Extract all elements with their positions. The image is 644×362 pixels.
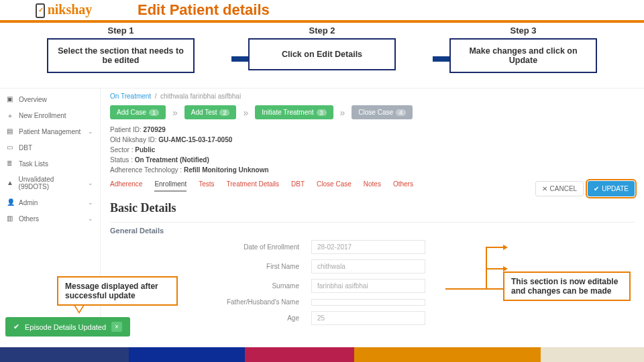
age-input[interactable]: 25 (311, 311, 425, 325)
toast-success: ✔ Episode Details Updated × (5, 317, 130, 337)
meta-patient-id: Patient ID: 270929 (110, 126, 635, 133)
sidebar-item-task-lists[interactable]: ≣Task Lists (0, 156, 100, 172)
chevron-down-icon: ⌄ (88, 215, 93, 222)
update-button[interactable]: ✔UPDATE (588, 181, 635, 196)
tab-adherence[interactable]: Adherence (110, 180, 142, 192)
user-icon: 👤 (7, 198, 15, 206)
footer-stripes (0, 347, 644, 362)
chevron-down-icon: ⌄ (88, 199, 93, 206)
chevron-down-icon: ⌄ (88, 128, 93, 135)
step-label: Step 1 (47, 25, 195, 36)
step-label: Step 3 (449, 25, 597, 36)
step-1: Step 1 Select the section that needs to … (47, 25, 195, 73)
tab-others[interactable]: Others (393, 180, 413, 192)
close-icon: ✕ (542, 185, 547, 192)
sidebar-item-label: Overview (19, 96, 47, 103)
action-buttons: ✕CANCEL ✔UPDATE (535, 181, 635, 196)
tab-tests[interactable]: Tests (199, 180, 214, 192)
step-2: Step 2 Click on Edit Details (248, 25, 396, 73)
tab-enrollment[interactable]: Enrollment (154, 180, 186, 192)
bell-icon: ▲ (7, 179, 15, 187)
toast-close-button[interactable]: × (111, 322, 122, 332)
logo: nikshay (0, 0, 127, 21)
pill-num: 2 (219, 109, 229, 116)
pill-add-case[interactable]: Add Case1 (110, 105, 166, 119)
surname-input[interactable]: farinbhai asifbhai (311, 279, 425, 293)
sidebar-item-label: New Enrollment (19, 112, 66, 119)
callout-connector-icon (445, 247, 504, 294)
sidebar-item-new-enrollment[interactable]: ＋New Enrollment (0, 107, 100, 123)
title-bar: nikshay Edit Patient details (0, 0, 644, 23)
sidebar-item-patient-management[interactable]: ▤Patient Management⌄ (0, 123, 100, 139)
callout-message-updated: Message displayed after successful updat… (57, 276, 178, 306)
phone-icon (36, 3, 45, 18)
sidebar-item-admin[interactable]: 👤Admin⌄ (0, 194, 100, 210)
plus-icon: ＋ (7, 111, 15, 119)
date-of-enrollment-input[interactable]: 28-02-2017 (311, 240, 425, 254)
chevron-right-icon: » (172, 107, 178, 118)
step-box: Select the section that needs to be edit… (47, 38, 195, 73)
sidebar-item-label: Admin (19, 199, 38, 206)
check-icon: ✔ (13, 322, 19, 331)
list-icon: ≣ (7, 160, 15, 168)
meta-sector: Sector : Public (110, 146, 635, 154)
workflow-pills: Add Case1 » Add Test2 » Initiate Treatme… (110, 105, 635, 119)
card-icon: ▭ (7, 143, 15, 152)
sidebar-item-overview[interactable]: ▣Overview (0, 91, 100, 107)
callout-section-editable: This section is now editable and changes… (503, 272, 631, 301)
pill-label: Add Case (117, 109, 146, 116)
breadcrumb: On Treatment / chithwala farinbhai asifb… (110, 93, 635, 100)
breadcrumb-root[interactable]: On Treatment (110, 93, 151, 100)
sub-section-header: General Details (110, 222, 635, 235)
sidebar-item-others[interactable]: ▥Others⌄ (0, 210, 100, 227)
cancel-label: CANCEL (550, 185, 578, 192)
pill-initiate-treatment[interactable]: Initiate Treatment3 (255, 105, 333, 119)
step-box: Click on Edit Details (248, 38, 396, 70)
toast-text: Episode Details Updated (25, 323, 106, 331)
form-label: Date of Enrollment (110, 243, 311, 251)
form-label: Age (110, 314, 311, 322)
pill-num: 1 (149, 109, 159, 116)
step-label: Step 2 (248, 25, 396, 36)
clipboard-icon: ▤ (7, 127, 15, 135)
first-name-input[interactable]: chithwala (311, 259, 425, 274)
meta-old-id: Old Nikshay ID: GU-AMC-15-03-17-0050 (110, 136, 635, 143)
tab-close-case[interactable]: Close Case (317, 180, 352, 192)
meta-adherence: Adherence Technology : Refill Monitoring… (110, 166, 635, 174)
pill-close-case[interactable]: Close Case4 (352, 105, 413, 119)
check-icon: ✔ (594, 185, 599, 192)
pill-label: Add Test (191, 109, 217, 116)
page-title: Edit Patient details (138, 1, 270, 19)
cancel-button[interactable]: ✕CANCEL (535, 181, 584, 196)
sidebar-item-label: Others (19, 215, 39, 223)
meta-status: Status : On Treatment (Notified) (110, 156, 635, 164)
form-row: Age25 (110, 311, 635, 325)
sidebar-item-label: Unvalidated (99DOTS) (19, 176, 84, 190)
section-header: Basic Details (110, 201, 635, 215)
form-row: Date of Enrollment28-02-2017 (110, 240, 635, 254)
chevron-right-icon: » (340, 107, 345, 118)
steps-row: Step 1 Select the section that needs to … (0, 25, 644, 73)
sidebar-item-unvalidated[interactable]: ▲Unvalidated (99DOTS)⌄ (0, 172, 100, 194)
pill-label: Close Case (358, 109, 393, 116)
folder-icon: ▥ (7, 215, 15, 223)
step-3: Step 3 Make changes and click on Update (449, 25, 597, 73)
logo-text: nikshay (48, 2, 93, 17)
tab-treatment-details[interactable]: Treatment Details (227, 180, 280, 192)
breadcrumb-current: chithwala farinbhai asifbhai (160, 93, 241, 100)
sidebar-item-label: Task Lists (19, 160, 48, 168)
pill-num: 4 (396, 109, 406, 116)
tab-notes[interactable]: Notes (364, 180, 381, 192)
sidebar-item-label: Patient Management (19, 128, 80, 135)
chevron-right-icon: » (243, 107, 248, 118)
pill-label: Initiate Treatment (262, 109, 313, 116)
pill-add-test[interactable]: Add Test2 (184, 105, 237, 119)
update-label: UPDATE (602, 185, 629, 192)
sidebar-item-dbt[interactable]: ▭DBT (0, 139, 100, 156)
father-husband-name-input[interactable] (311, 299, 425, 306)
pill-num: 3 (317, 109, 327, 116)
tab-dbt[interactable]: DBT (291, 180, 305, 192)
step-box: Make changes and click on Update (449, 38, 597, 73)
dashboard-icon: ▣ (7, 95, 15, 103)
sidebar-item-label: DBT (19, 144, 32, 152)
